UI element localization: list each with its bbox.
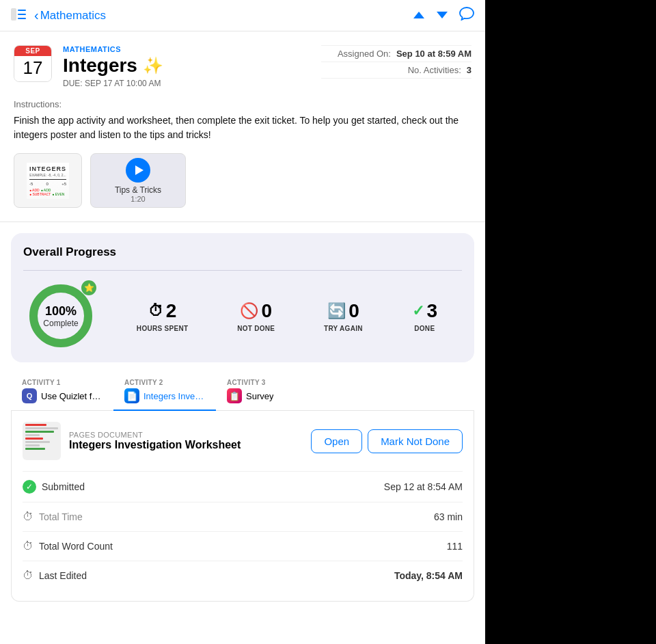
not-done-label: NOT DONE bbox=[237, 325, 275, 332]
quizlet-icon: Q bbox=[22, 388, 37, 403]
hours-spent-value: 2 bbox=[166, 300, 177, 322]
tab-activity3[interactable]: ACTIVITY 3 📋 Survey bbox=[216, 373, 298, 410]
tab-activity1[interactable]: ACTIVITY 1 Q Use Quizlet for... bbox=[11, 373, 113, 410]
progress-title: Overall Progress bbox=[23, 245, 462, 259]
tab-activity2-label: ACTIVITY 2 bbox=[124, 379, 205, 386]
tab-activity2-name: Integers Investi... bbox=[144, 391, 205, 401]
last-edited-value: Today, 8:54 AM bbox=[394, 570, 463, 581]
last-edited-icon: ⏱ bbox=[23, 569, 33, 582]
word-count-icon: ⏱ bbox=[23, 540, 33, 552]
assignment-title-row: Integers ✨ bbox=[63, 55, 310, 77]
total-time-label: Total Time bbox=[39, 511, 83, 522]
svg-rect-2 bbox=[18, 14, 26, 15]
try-again-label: TRY AGAIN bbox=[324, 325, 363, 332]
instructions-text: Finish the app activity and worksheet, t… bbox=[14, 113, 472, 142]
total-time-clock-icon: ⏱ bbox=[23, 511, 33, 523]
star-badge: ⭐ bbox=[81, 280, 96, 295]
activities-tabs: ACTIVITY 1 Q Use Quizlet for... ACTIVITY… bbox=[11, 373, 474, 411]
not-done-icon: 🚫 bbox=[240, 302, 258, 320]
assigned-on-row: Assigned On: Sep 10 at 8:59 AM bbox=[321, 45, 472, 62]
main-panel: ‹ Mathematics SEP bbox=[0, 0, 485, 644]
doc-type-label: PAGES DOCUMENT bbox=[69, 431, 303, 439]
video-thumb[interactable]: Tips & Tricks 1:20 bbox=[90, 153, 186, 208]
stat-hours-spent: ⏱ 2 HOURS SPENT bbox=[137, 300, 189, 332]
donut-chart: 100% Complete ⭐ bbox=[27, 282, 95, 350]
subject-label: MATHEMATICS bbox=[63, 45, 310, 53]
nav-bar: ‹ Mathematics bbox=[0, 0, 485, 31]
sidebar-toggle-icon[interactable] bbox=[11, 8, 26, 23]
try-again-icon: 🔄 bbox=[327, 302, 346, 320]
submitted-date: Sep 12 at 8:54 AM bbox=[384, 481, 463, 492]
back-button[interactable]: ‹ Mathematics bbox=[34, 8, 106, 23]
tab-activity1-name: Use Quizlet for... bbox=[41, 391, 102, 401]
donut-percent: 100% bbox=[43, 304, 78, 319]
done-value: 3 bbox=[427, 300, 438, 322]
clock-icon: ⏱ bbox=[148, 302, 163, 320]
integers-poster: INTEGERS EXAMPLE: -8, -4, 0, 2... -50+5 … bbox=[27, 163, 69, 199]
tab-activity2[interactable]: ACTIVITY 2 📄 Integers Investi... bbox=[113, 373, 216, 410]
donut-container: 100% Complete ⭐ bbox=[23, 282, 98, 350]
submitted-check-icon: ✓ bbox=[23, 480, 36, 494]
assignment-header: SEP 17 MATHEMATICS Integers ✨ DUE: SEP 1… bbox=[0, 31, 485, 99]
doc-actions: Open Mark Not Done bbox=[311, 429, 463, 453]
activities-section: ACTIVITY 1 Q Use Quizlet for... ACTIVITY… bbox=[11, 373, 474, 602]
word-count-row: ⏱ Total Word Count 111 bbox=[23, 531, 463, 561]
assigned-on-label: Assigned On: bbox=[338, 49, 391, 59]
sparkle-icon: ✨ bbox=[143, 56, 163, 75]
activity-detail: PAGES DOCUMENT Integers Investigation Wo… bbox=[11, 411, 474, 602]
svg-rect-3 bbox=[18, 18, 26, 19]
no-activities-value: 3 bbox=[467, 65, 472, 75]
word-count-label: Total Word Count bbox=[39, 541, 113, 552]
mark-not-done-button[interactable]: Mark Not Done bbox=[368, 429, 463, 453]
assigned-on-value: Sep 10 at 8:59 AM bbox=[396, 49, 472, 59]
tab-activity3-label: ACTIVITY 3 bbox=[227, 379, 287, 386]
nav-down-button[interactable] bbox=[436, 8, 448, 23]
media-section: INTEGERS EXAMPLE: -8, -4, 0, 2... -50+5 … bbox=[0, 153, 485, 222]
progress-stats: 100% Complete ⭐ ⏱ 2 HOURS SPENT 🚫 bbox=[23, 282, 462, 350]
total-time-value: 63 min bbox=[434, 511, 463, 522]
svg-rect-0 bbox=[11, 8, 16, 21]
doc-name: Integers Investigation Worksheet bbox=[69, 439, 303, 451]
instructions-label: Instructions: bbox=[14, 99, 472, 109]
nav-actions bbox=[413, 7, 474, 24]
activity-doc-row: PAGES DOCUMENT Integers Investigation Wo… bbox=[23, 422, 463, 460]
tab-activity3-name: Survey bbox=[246, 391, 273, 401]
section-divider bbox=[0, 222, 485, 222]
last-edited-row: ⏱ Last Edited Today, 8:54 AM bbox=[23, 561, 463, 590]
nav-up-button[interactable] bbox=[413, 8, 425, 23]
back-label: Mathematics bbox=[40, 9, 106, 23]
hours-spent-label: HOURS SPENT bbox=[137, 325, 189, 332]
no-activities-label: No. Activities: bbox=[408, 65, 461, 75]
instructions-section: Instructions: Finish the app activity an… bbox=[0, 99, 485, 153]
no-activities-row: No. Activities: 3 bbox=[321, 62, 472, 79]
survey-icon: 📋 bbox=[227, 388, 242, 403]
word-count-value: 111 bbox=[447, 541, 463, 552]
not-done-value: 0 bbox=[261, 300, 272, 322]
play-button[interactable] bbox=[126, 158, 150, 183]
play-icon bbox=[135, 165, 144, 175]
stat-done: ✓ 3 DONE bbox=[412, 300, 438, 332]
right-panel bbox=[485, 0, 656, 644]
video-duration: 1:20 bbox=[131, 195, 145, 203]
assignment-title: Integers bbox=[63, 55, 137, 77]
open-button[interactable]: Open bbox=[311, 429, 362, 453]
donut-label: Complete bbox=[43, 319, 78, 328]
doc-thumbnail bbox=[23, 422, 61, 460]
stat-not-done: 🚫 0 NOT DONE bbox=[237, 300, 275, 332]
back-chevron-icon: ‹ bbox=[34, 8, 39, 23]
submitted-row: ✓ Submitted Sep 12 at 8:54 AM bbox=[23, 471, 463, 502]
stat-try-again: 🔄 0 TRY AGAIN bbox=[324, 300, 363, 332]
donut-text: 100% Complete bbox=[43, 304, 78, 328]
progress-section: Overall Progress 100% Complete ⭐ bbox=[11, 233, 474, 362]
assignment-meta: Assigned On: Sep 10 at 8:59 AM No. Activ… bbox=[321, 45, 472, 79]
calendar-day: 17 bbox=[14, 56, 51, 81]
assignment-info: MATHEMATICS Integers ✨ DUE: SEP 17 AT 10… bbox=[63, 45, 310, 88]
try-again-value: 0 bbox=[348, 300, 359, 322]
done-label: DONE bbox=[414, 325, 435, 332]
submitted-label: Submitted bbox=[42, 481, 85, 492]
stats-grid: ⏱ 2 HOURS SPENT 🚫 0 NOT DONE 🔄 0 bbox=[112, 300, 462, 332]
integers-poster-thumb[interactable]: INTEGERS EXAMPLE: -8, -4, 0, 2... -50+5 … bbox=[14, 153, 82, 208]
pages-icon: 📄 bbox=[124, 388, 139, 403]
svg-rect-1 bbox=[18, 10, 26, 11]
comment-button[interactable] bbox=[459, 7, 474, 24]
